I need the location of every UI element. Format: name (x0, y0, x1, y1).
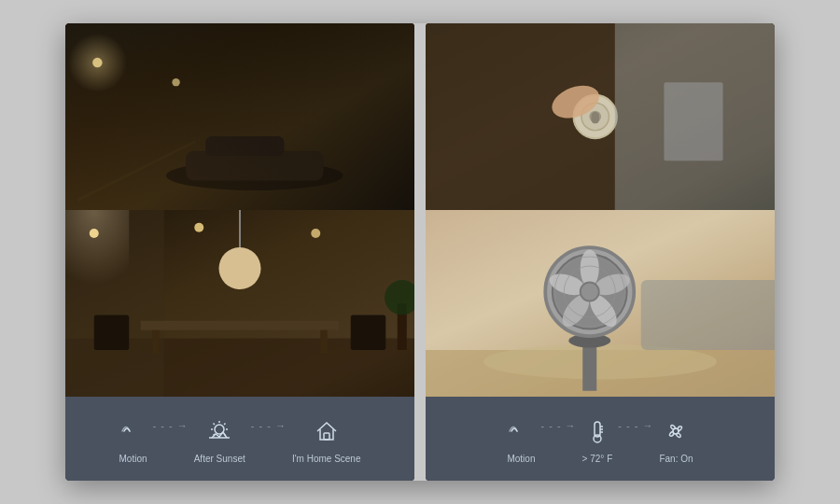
svg-rect-23 (351, 315, 386, 351)
arrow-2-right: - - - → (618, 420, 653, 461)
svg-point-14 (194, 223, 203, 232)
svg-line-6 (157, 141, 196, 161)
svg-point-63 (594, 435, 601, 442)
svg-rect-42 (592, 112, 599, 124)
svg-line-33 (224, 423, 225, 424)
svg-point-8 (172, 78, 179, 86)
flow-sunset: After Sunset (194, 418, 245, 464)
left-images (65, 23, 414, 397)
left-panel: Motion - - - → (65, 23, 414, 481)
svg-point-7 (92, 58, 103, 68)
svg-line-4 (77, 180, 117, 200)
svg-rect-36 (324, 433, 329, 440)
svg-point-1 (166, 161, 343, 190)
flow-temperature: > 72° F (582, 418, 613, 464)
fan-label: Fan: On (659, 454, 693, 464)
motion-icon-left (120, 418, 147, 448)
left-automation-flow: Motion - - - → (75, 418, 405, 464)
svg-rect-16 (65, 210, 129, 303)
right-panel: Motion - - - → (426, 23, 775, 481)
sunset-label: After Sunset (194, 454, 245, 464)
motion-label-left: Motion (119, 454, 147, 464)
arrow-2-left: - - - → (251, 420, 287, 461)
living-room-image (65, 210, 414, 397)
svg-rect-21 (320, 330, 328, 354)
svg-rect-0 (65, 23, 414, 210)
svg-rect-3 (205, 136, 284, 156)
home-scene-icon (314, 418, 340, 448)
right-automation-flow: Motion - - - → (435, 418, 765, 464)
arrow-1-left: - - - → (153, 420, 189, 461)
svg-rect-2 (186, 151, 323, 181)
svg-rect-45 (664, 82, 722, 161)
sunset-icon (206, 418, 232, 448)
flow-fan: Fan: On (659, 418, 693, 464)
motion-label-right: Motion (507, 454, 535, 464)
svg-point-9 (68, 34, 127, 92)
flow-motion-right: Motion (507, 418, 535, 464)
fan-image (426, 210, 775, 397)
svg-rect-20 (152, 330, 160, 354)
motion-icon-right (508, 418, 534, 448)
svg-line-31 (214, 423, 215, 424)
svg-point-54 (581, 250, 599, 287)
staircase-image (65, 23, 414, 210)
main-container: Motion - - - → (65, 23, 775, 481)
left-panel-footer: Motion - - - → (65, 397, 414, 481)
flow-home-scene: I'm Home Scene (292, 418, 361, 464)
svg-point-15 (311, 229, 320, 238)
svg-rect-22 (94, 315, 130, 351)
flow-motion-left: Motion (119, 418, 147, 464)
home-scene-label: I'm Home Scene (292, 454, 361, 464)
right-panel-footer: Motion - - - → (426, 397, 775, 481)
right-images (426, 23, 775, 397)
svg-rect-19 (141, 321, 340, 330)
svg-point-17 (219, 247, 261, 289)
svg-point-59 (581, 283, 599, 301)
door-lock-image (426, 23, 775, 210)
svg-line-5 (117, 161, 156, 180)
svg-rect-49 (641, 280, 775, 350)
temperature-icon (584, 418, 610, 448)
fan-icon (663, 418, 689, 448)
temperature-label: > 72° F (582, 454, 613, 464)
arrow-1-right: - - - → (540, 420, 576, 461)
